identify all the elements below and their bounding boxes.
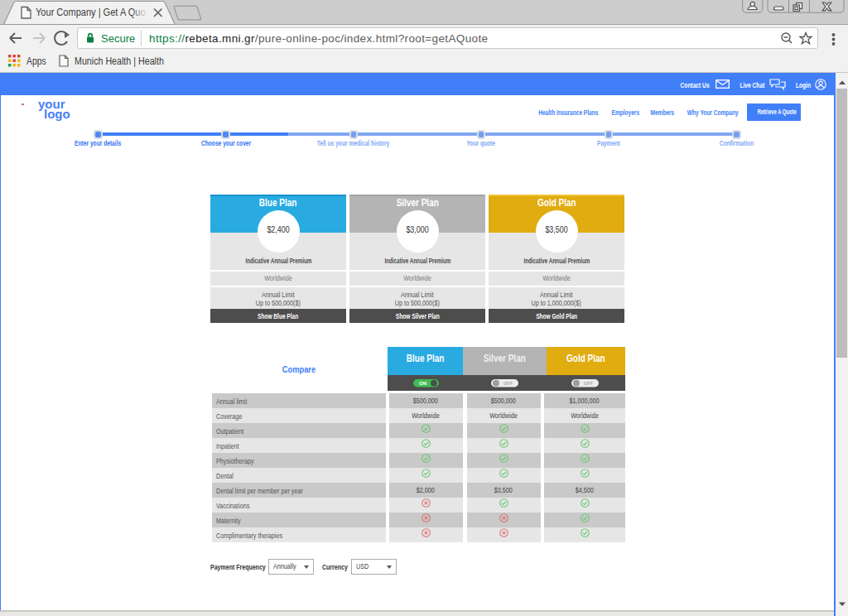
svg-text:ON: ON [419,381,426,386]
svg-text:OFF: OFF [504,381,513,386]
svg-text:OFF: OFF [584,381,594,386]
